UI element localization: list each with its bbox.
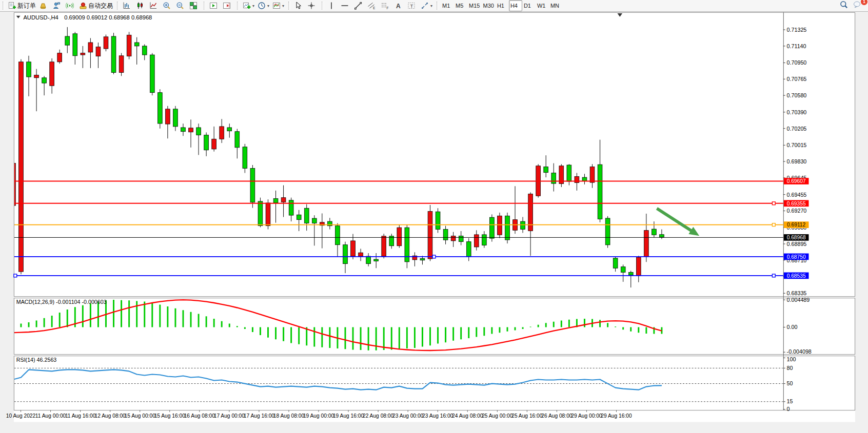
chart-title: AUDUSD-,H40.69009 0.69012 0.68968 0.6896… [16,14,152,20]
tf-m5-button[interactable]: M5 [454,0,467,11]
chart-canvas[interactable]: 0.713250.711400.709500.707650.705800.703… [0,11,868,433]
bar-chart-button[interactable] [121,0,134,11]
svg-text:0.69607: 0.69607 [787,178,806,184]
crosshair-button[interactable] [306,0,319,11]
trendline-icon [354,2,362,10]
toolbar-separator [288,2,291,10]
chart-candles-icon [136,2,144,10]
community-button[interactable] [51,0,64,11]
signals-button[interactable] [64,0,77,11]
periods-button[interactable]: ▾ [256,0,271,11]
dropdown-arrow-icon: ▾ [430,4,432,8]
vertical-line-button[interactable] [326,0,339,11]
svg-text:0: 0 [787,406,790,412]
candlestick-chart-button[interactable] [134,0,148,11]
community-icon [52,2,61,10]
svg-text:10 Aug 2022: 10 Aug 2022 [6,413,36,419]
chat-button[interactable]: 1 [852,0,865,11]
tf-d1-button[interactable]: D1 [522,0,536,11]
tf-m15-button-label: M15 [469,3,480,9]
new-order-button[interactable]: 新订单 [7,0,37,11]
equidistant-channel-button[interactable]: E [366,0,379,11]
hline-handle[interactable] [772,274,775,277]
chart-shift-icon [223,2,231,10]
svg-text:E: E [373,6,376,10]
toolbar-separator [3,2,5,10]
svg-text:24 Aug 08:00: 24 Aug 08:00 [452,413,483,419]
zoom-in-button[interactable] [161,0,174,11]
svg-text:0.70205: 0.70205 [787,126,807,132]
tf-mn-button[interactable]: MN [549,0,562,11]
periods-icon [258,2,266,10]
svg-text:17 Aug 00:00: 17 Aug 00:00 [214,413,245,419]
svg-text:15 Aug 16:00: 15 Aug 16:00 [154,413,186,419]
toolbar-separator [117,2,120,10]
templates-button[interactable]: ▾ [271,0,286,11]
auto-scroll-button[interactable] [208,0,221,11]
label-t-icon: T [407,2,416,10]
chart-line-icon [149,2,157,10]
cursor-button[interactable] [292,0,306,11]
svg-text:0.71140: 0.71140 [787,43,806,49]
templates-icon [272,2,281,10]
zoom-out-button[interactable] [174,0,188,11]
price-badge-0.68535: 0.68535 [784,273,809,279]
horizontal-line-button[interactable] [339,0,352,11]
new-order-icon [8,2,16,10]
svg-text:29 Aug 16:00: 29 Aug 16:00 [601,413,632,419]
svg-text:0.71325: 0.71325 [787,27,807,33]
svg-text:0.70390: 0.70390 [787,109,807,115]
profiles-button[interactable] [37,0,51,11]
auto-scroll-icon [209,2,218,10]
tile-windows-button[interactable] [188,0,201,11]
chart-shift-button[interactable] [221,0,234,11]
svg-text:22 Aug 08:00: 22 Aug 08:00 [363,413,394,419]
arrows-button[interactable]: ▾ [419,0,434,11]
tf-m30-button-label: M30 [483,3,494,9]
svg-text:0.68750: 0.68750 [787,254,806,260]
tile-icon [189,2,198,10]
hline-handle[interactable] [432,255,436,258]
toolbar-separator [237,2,240,10]
line-chart-button[interactable] [148,0,161,11]
indicators-button[interactable]: ▾ [241,0,256,11]
svg-text:11 Aug 16:00: 11 Aug 16:00 [65,413,96,419]
label-button[interactable]: T [406,0,419,11]
svg-text:80: 80 [787,365,793,371]
chart-window[interactable]: 0.713250.711400.709500.707650.705800.703… [0,11,868,433]
svg-text:0.70950: 0.70950 [787,59,807,66]
hline-handle[interactable] [772,223,775,226]
notification-badge: 1 [861,0,867,5]
dropdown-arrow-icon: ▾ [282,4,284,8]
tf-m15-button[interactable]: M15 [467,0,481,11]
text-button[interactable]: A [392,0,406,11]
svg-text:16 Aug 08:00: 16 Aug 08:00 [184,413,215,419]
svg-text:29 Aug 00:00: 29 Aug 00:00 [571,413,602,419]
tf-w1-button[interactable]: W1 [536,0,549,11]
crosshair-icon [307,2,315,10]
svg-text:-0.004098: -0.004098 [787,348,812,355]
svg-text:19 Aug 00:00: 19 Aug 00:00 [303,413,334,419]
tf-h4-button[interactable]: H4 [509,0,522,11]
trendline-button[interactable] [352,0,366,11]
tf-m30-button[interactable]: M30 [481,0,495,11]
tf-h1-button-label: H1 [497,3,504,9]
autotrading-button-label: 自动交易 [88,2,113,10]
tf-m1-button[interactable]: M1 [441,0,454,11]
tf-h1-button[interactable]: H1 [496,0,509,11]
fibo-icon: F [381,2,389,10]
hline-handle[interactable] [772,202,775,205]
svg-text:25 Aug 16:00: 25 Aug 16:00 [511,413,543,419]
svg-text:26 Aug 08:00: 26 Aug 08:00 [541,413,573,419]
svg-text:23 Aug 00:00: 23 Aug 00:00 [392,413,424,419]
fibonacci-button[interactable]: F [379,0,392,11]
svg-text:0.68968: 0.68968 [787,235,806,240]
hline-handle[interactable] [14,274,17,277]
autotrading-button[interactable]: 自动交易 [77,0,114,11]
search-button[interactable] [838,0,852,11]
svg-text:0.69830: 0.69830 [787,158,807,164]
zoom-in-icon [163,2,171,10]
price-badge-0.69112: 0.69112 [784,221,809,228]
svg-text:18 Aug 08:00: 18 Aug 08:00 [273,413,305,419]
autotrade-icon [79,2,87,10]
